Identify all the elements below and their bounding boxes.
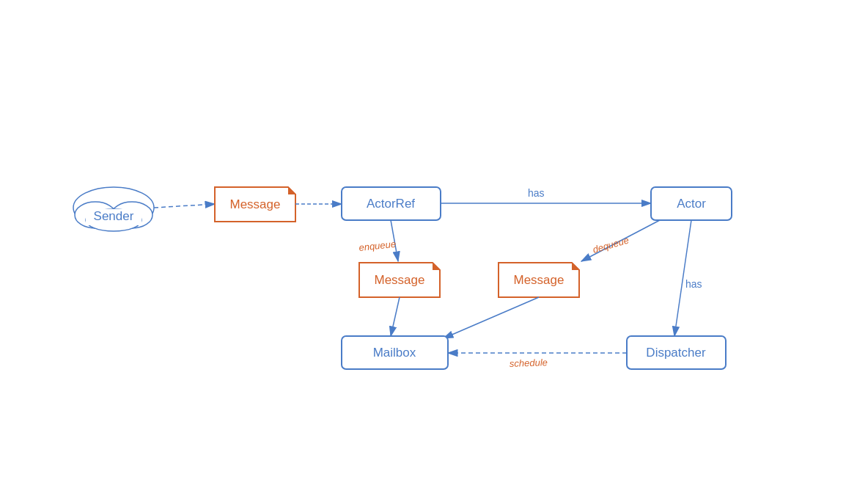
dispatcher-label: Dispatcher (646, 346, 706, 360)
sender-cloud: Sender (73, 187, 154, 231)
message2-label: Message (375, 273, 425, 287)
message3-node: Message (499, 263, 579, 297)
enqueue-label: enqueue (358, 238, 397, 253)
mailbox-node: Mailbox (342, 336, 448, 369)
has-label: has (528, 187, 545, 199)
schedule-label: schedule (510, 357, 548, 369)
diagram-container: Sender Message ActorRef has Actor enqueu… (0, 0, 868, 488)
mailbox-label: Mailbox (373, 346, 416, 360)
edge-sender-message (154, 204, 215, 208)
sender-label: Sender (94, 209, 134, 223)
diagram-svg: Sender Message ActorRef has Actor enqueu… (0, 0, 868, 488)
edge-message2-mailbox (391, 297, 400, 336)
message2-node: Message (359, 263, 440, 297)
message1-node: Message (215, 187, 295, 222)
message3-label: Message (514, 273, 564, 287)
actor-label: Actor (677, 197, 706, 211)
dequeue-label: dequeue (592, 235, 630, 255)
message1-label: Message (230, 197, 281, 211)
dispatcher-node: Dispatcher (627, 336, 726, 369)
svg-marker-9 (288, 187, 295, 194)
svg-marker-15 (572, 263, 579, 270)
actorref-label: ActorRef (367, 197, 415, 211)
has2-label: has (685, 278, 702, 290)
actor-node: Actor (651, 187, 732, 220)
svg-marker-13 (433, 263, 440, 270)
actorref-node: ActorRef (342, 187, 441, 220)
edge-message3-mailbox (444, 297, 539, 338)
